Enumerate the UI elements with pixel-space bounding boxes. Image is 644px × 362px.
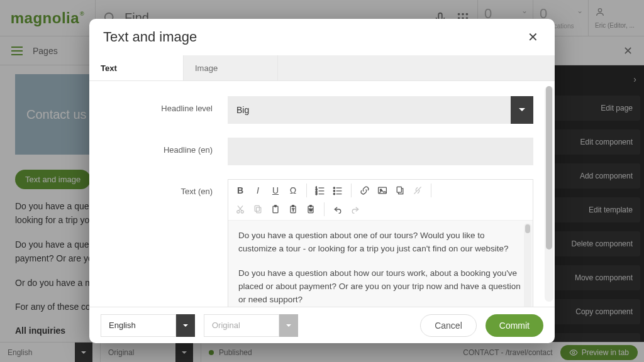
tab-image[interactable]: Image <box>184 55 278 80</box>
paste-icon[interactable] <box>267 201 284 217</box>
copy-icon[interactable] <box>250 201 266 217</box>
edit-component-dialog: Text and image ✕ Text Image Headline lev… <box>89 19 555 343</box>
underline-icon[interactable]: U <box>267 182 284 199</box>
dialog-variant-select[interactable]: Original <box>204 314 298 337</box>
omega-icon[interactable]: Ω <box>285 182 301 199</box>
link-icon[interactable] <box>357 182 373 199</box>
svg-rect-35 <box>255 206 259 211</box>
commit-button[interactable]: Commit <box>486 314 543 337</box>
svg-point-23 <box>333 190 335 192</box>
svg-text:W: W <box>309 208 313 212</box>
cut-icon[interactable] <box>232 201 248 217</box>
svg-text:T: T <box>292 208 294 212</box>
redo-icon[interactable] <box>347 201 364 217</box>
cancel-button[interactable]: Cancel <box>420 314 477 337</box>
chevron-down-icon <box>176 314 195 337</box>
svg-rect-36 <box>257 207 261 213</box>
rich-text-editor: B I U Ω 123 <box>228 179 533 307</box>
dialog-title: Text and image <box>103 29 197 45</box>
bold-icon[interactable]: B <box>232 182 248 199</box>
undo-icon[interactable] <box>330 201 346 217</box>
chevron-down-icon <box>279 314 298 337</box>
internal-link-icon[interactable] <box>392 182 408 199</box>
close-dialog-button[interactable]: ✕ <box>525 29 541 45</box>
label-headline: Headline (en) <box>89 138 228 155</box>
svg-rect-38 <box>274 206 276 207</box>
svg-rect-29 <box>397 187 401 192</box>
label-headline-level: Headline level <box>89 96 228 113</box>
italic-icon[interactable]: I <box>250 182 266 199</box>
svg-rect-40 <box>292 206 294 207</box>
headline-level-select[interactable]: Big <box>228 96 533 124</box>
svg-rect-43 <box>309 206 311 207</box>
unlink-icon[interactable] <box>409 182 426 199</box>
chevron-down-icon <box>511 96 533 124</box>
rich-text-area[interactable]: Do you have a question about one of our … <box>228 221 533 307</box>
unordered-list-icon[interactable] <box>330 182 346 199</box>
svg-point-25 <box>333 193 335 194</box>
image-link-icon[interactable] <box>374 182 391 199</box>
dialog-language-select[interactable]: English <box>101 314 195 337</box>
ordered-list-icon[interactable]: 123 <box>312 182 328 199</box>
svg-text:3: 3 <box>316 192 318 195</box>
svg-rect-37 <box>273 206 278 212</box>
tab-text[interactable]: Text <box>89 55 184 80</box>
paste-word-icon[interactable]: W <box>303 201 319 217</box>
paste-text-icon[interactable]: T <box>285 201 301 217</box>
svg-point-21 <box>333 187 335 189</box>
label-text: Text (en) <box>89 179 228 196</box>
headline-input[interactable] <box>228 138 533 165</box>
